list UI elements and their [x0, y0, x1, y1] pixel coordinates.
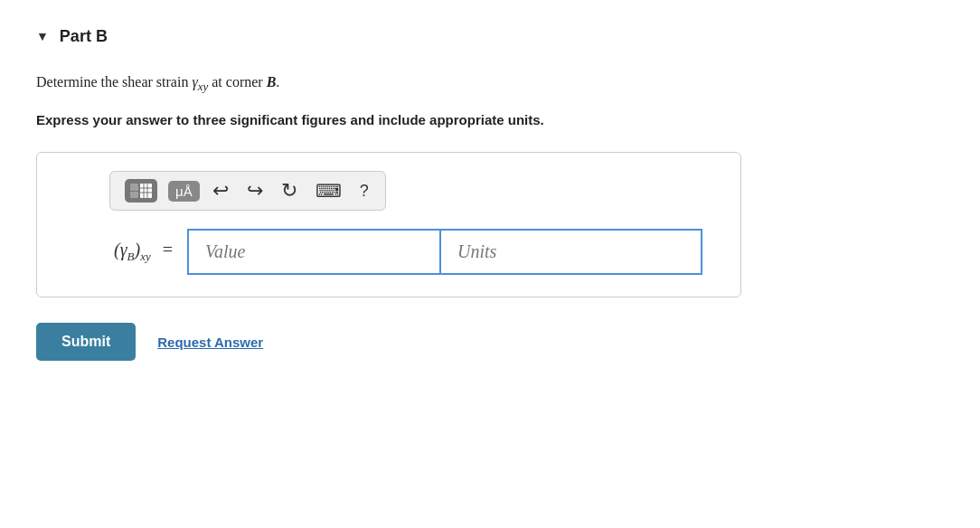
input-row: (γB)xy = [55, 229, 722, 275]
units-input[interactable] [440, 229, 702, 275]
svg-rect-2 [140, 184, 152, 198]
redo-button[interactable]: ↪ [241, 177, 269, 204]
undo-icon: ↩ [212, 181, 229, 201]
svg-rect-1 [130, 192, 138, 198]
mu-a-button[interactable]: μÅ [168, 181, 200, 202]
toolbar: μÅ ↩ ↪ ↻ ⌨ ? [109, 171, 386, 211]
gamma-subscript: xy [198, 80, 209, 93]
reset-button[interactable]: ↻ [276, 177, 303, 204]
description-text-before: Determine the shear strain [36, 74, 192, 90]
part-title: Part B [60, 27, 108, 46]
corner-b: B [267, 74, 277, 90]
refresh-icon: ↻ [281, 181, 297, 201]
gamma-b-label: (γB)xy [114, 240, 151, 259]
instruction-text: Express your answer to three significant… [36, 110, 944, 131]
keyboard-button[interactable]: ⌨ [310, 178, 347, 203]
help-button[interactable]: ? [354, 179, 374, 203]
equation-label: (γB)xy = [55, 240, 173, 264]
value-input[interactable] [187, 229, 440, 275]
answer-box: μÅ ↩ ↪ ↻ ⌨ ? [36, 152, 741, 297]
svg-rect-0 [130, 184, 138, 191]
description-text-after: at corner [208, 74, 266, 90]
description-period: . [276, 74, 279, 90]
submit-button[interactable]: Submit [36, 323, 136, 361]
bottom-row: Submit Request Answer [36, 323, 944, 361]
matrix-icon-group [125, 179, 157, 203]
undo-button[interactable]: ↩ [207, 177, 234, 204]
keyboard-icon: ⌨ [316, 182, 342, 200]
page: ▼ Part B Determine the shear strain γxy … [0, 0, 980, 528]
description: Determine the shear strain γxy at corner… [36, 71, 944, 96]
matrix-template-button[interactable] [121, 177, 161, 204]
help-icon: ? [360, 183, 369, 199]
redo-icon: ↪ [247, 181, 263, 201]
equals-sign: = [163, 240, 173, 259]
chevron-down-icon[interactable]: ▼ [36, 30, 49, 44]
matrix-icon [129, 182, 153, 200]
request-answer-link[interactable]: Request Answer [157, 335, 263, 350]
part-header: ▼ Part B [36, 27, 944, 46]
